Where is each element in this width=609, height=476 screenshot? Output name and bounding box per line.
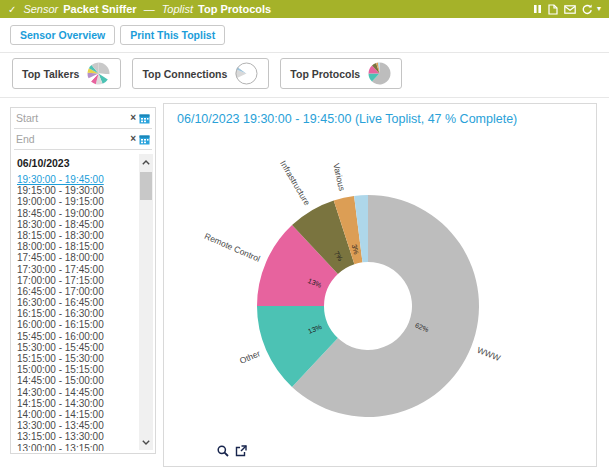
interval-item[interactable]: 17:45:00 - 18:00:00 bbox=[11, 252, 138, 263]
divider bbox=[0, 52, 609, 53]
tab-top-protocols[interactable]: Top Protocols bbox=[280, 58, 402, 89]
interval-item[interactable]: 15:30:00 - 15:45:00 bbox=[11, 342, 138, 353]
interval-item[interactable]: 16:15:00 - 16:30:00 bbox=[11, 308, 138, 319]
zoom-icon[interactable] bbox=[217, 445, 229, 457]
chevron-down-icon[interactable]: ▾ bbox=[597, 5, 601, 13]
sensor-name-link[interactable]: Packet Sniffer bbox=[63, 3, 136, 15]
interval-list-wrap: 06/10/2023 19:30:00 - 19:45:0019:15:00 -… bbox=[11, 153, 155, 451]
open-in-new-window-icon[interactable] bbox=[235, 445, 247, 457]
breadcrumb-separator: — bbox=[142, 3, 157, 15]
interval-item[interactable]: 14:45:00 - 15:00:00 bbox=[11, 375, 138, 386]
toplist-title: 06/10/2023 19:30:00 - 19:45:00 (Live Top… bbox=[177, 112, 517, 126]
toplist-label: Toplist bbox=[162, 3, 193, 15]
calendar-icon[interactable] bbox=[139, 113, 150, 124]
interval-sidebar: × × 06/10/2023 19:30:00 - 19:45:0019: bbox=[10, 107, 156, 454]
name-label: Various bbox=[331, 162, 347, 192]
interval-item[interactable]: 17:00:00 - 17:15:00 bbox=[11, 275, 138, 286]
chart-tools bbox=[217, 445, 247, 457]
interval-item[interactable]: 14:30:00 - 14:45:00 bbox=[11, 387, 138, 398]
interval-item[interactable]: 18:15:00 - 18:30:00 bbox=[11, 230, 138, 241]
interval-item[interactable]: 14:15:00 - 14:30:00 bbox=[11, 398, 138, 409]
interval-item[interactable]: 16:45:00 - 17:00:00 bbox=[11, 286, 138, 297]
top-protocols-pie-icon bbox=[367, 61, 392, 86]
interval-item[interactable]: 15:00:00 - 15:15:00 bbox=[11, 364, 138, 375]
name-label: Remote Control bbox=[203, 231, 262, 264]
interval-item[interactable]: 19:00:00 - 19:15:00 bbox=[11, 196, 138, 207]
print-toplist-button[interactable]: Print This Toplist bbox=[120, 25, 225, 45]
tab-top-talkers[interactable]: Top Talkers bbox=[12, 58, 121, 89]
interval-item[interactable]: 19:30:00 - 19:45:00 bbox=[11, 174, 138, 185]
interval-item[interactable]: 18:45:00 - 19:00:00 bbox=[11, 208, 138, 219]
refresh-icon[interactable] bbox=[582, 4, 593, 15]
tab-label: Top Talkers bbox=[22, 68, 79, 80]
top-talkers-pie-icon bbox=[86, 61, 111, 86]
chevron-down-icon bbox=[142, 440, 150, 445]
scroll-down-button[interactable] bbox=[139, 436, 153, 448]
scroll-up-button[interactable] bbox=[139, 156, 153, 168]
interval-item[interactable]: 13:15:00 - 13:30:00 bbox=[11, 431, 138, 442]
interval-item[interactable]: 13:00:00 - 13:15:00 bbox=[11, 443, 138, 452]
toplist-name: Top Protocols bbox=[198, 3, 271, 15]
status-check-icon: ✓ bbox=[8, 4, 16, 15]
interval-item[interactable]: 17:30:00 - 17:45:00 bbox=[11, 264, 138, 275]
pause-icon[interactable] bbox=[533, 4, 542, 14]
report-icon[interactable] bbox=[548, 4, 558, 15]
start-input[interactable] bbox=[16, 112, 127, 124]
end-field-row: × bbox=[14, 129, 152, 150]
toplist-tabs: Top Talkers Top Connections Top Protocol… bbox=[12, 58, 402, 89]
prtg-toplist-screen: ✓ Sensor Packet Sniffer — Toplist Top Pr… bbox=[0, 0, 609, 476]
toplist-chart-panel: 06/10/2023 19:30:00 - 19:45:00 (Live Top… bbox=[163, 103, 597, 467]
tab-label: Top Connections bbox=[142, 68, 227, 80]
interval-item[interactable]: 19:15:00 - 19:30:00 bbox=[11, 185, 138, 196]
sensor-overview-button[interactable]: Sensor Overview bbox=[10, 25, 115, 45]
interval-item[interactable]: 16:30:00 - 16:45:00 bbox=[11, 297, 138, 308]
scrollbar[interactable] bbox=[139, 154, 153, 450]
name-label: WWW bbox=[476, 345, 502, 363]
tab-top-connections[interactable]: Top Connections bbox=[132, 58, 269, 89]
interval-item[interactable]: 13:30:00 - 13:45:00 bbox=[11, 420, 138, 431]
divider bbox=[0, 97, 609, 98]
email-icon[interactable] bbox=[564, 5, 576, 14]
interval-item[interactable]: 18:00:00 - 18:15:00 bbox=[11, 241, 138, 252]
clear-end-icon[interactable]: × bbox=[130, 134, 136, 144]
tab-label: Top Protocols bbox=[290, 68, 360, 80]
calendar-icon[interactable] bbox=[139, 134, 150, 145]
sensor-label: Sensor bbox=[23, 3, 58, 15]
toolbar: Sensor Overview Print This Toplist bbox=[10, 25, 225, 45]
end-input[interactable] bbox=[16, 133, 127, 145]
name-label: Other bbox=[238, 348, 262, 366]
interval-list: 19:30:00 - 19:45:0019:15:00 - 19:30:0019… bbox=[11, 174, 138, 451]
chevron-up-icon bbox=[142, 160, 150, 165]
breadcrumb-bar: ✓ Sensor Packet Sniffer — Toplist Top Pr… bbox=[0, 0, 609, 18]
interval-item[interactable]: 18:30:00 - 18:45:00 bbox=[11, 219, 138, 230]
clear-start-icon[interactable]: × bbox=[130, 113, 136, 123]
interval-item[interactable]: 14:00:00 - 14:15:00 bbox=[11, 409, 138, 420]
date-header: 06/10/2023 bbox=[11, 153, 155, 172]
top-connections-pie-icon bbox=[234, 61, 259, 86]
start-field-row: × bbox=[14, 108, 152, 129]
name-label: Infrastructure bbox=[278, 159, 312, 207]
interval-item[interactable]: 16:00:00 - 16:15:00 bbox=[11, 319, 138, 330]
protocol-donut-chart: 62%WWW13%Other13%Remote Control7%Infrast… bbox=[164, 128, 596, 460]
interval-item[interactable]: 15:45:00 - 16:00:00 bbox=[11, 331, 138, 342]
header-actions: ▾ bbox=[533, 4, 601, 15]
pie-slice bbox=[99, 63, 110, 75]
scrollbar-thumb[interactable] bbox=[140, 172, 152, 200]
interval-item[interactable]: 15:15:00 - 15:30:00 bbox=[11, 353, 138, 364]
